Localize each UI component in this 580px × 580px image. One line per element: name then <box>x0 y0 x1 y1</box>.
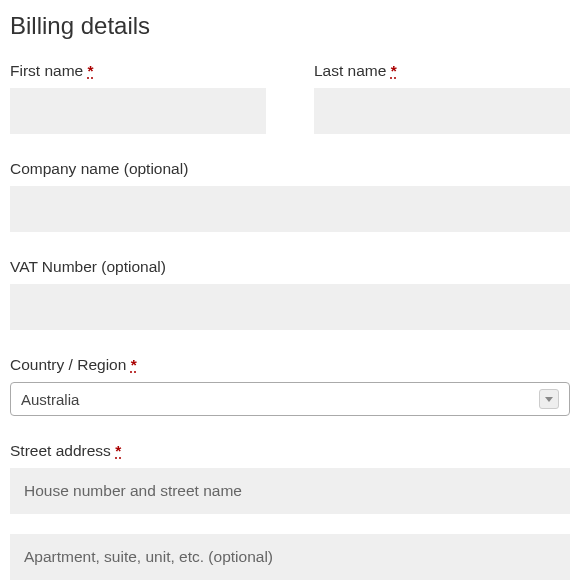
last-name-label: Last name * <box>314 62 570 80</box>
first-name-input[interactable] <box>10 88 266 134</box>
street-label-text: Street address <box>10 442 111 459</box>
chevron-down-icon <box>539 389 559 409</box>
country-field: Country / Region * Australia <box>10 356 570 416</box>
country-label-text: Country / Region <box>10 356 126 373</box>
vat-field: VAT Number (optional) <box>10 258 570 330</box>
company-input[interactable] <box>10 186 570 232</box>
vat-input[interactable] <box>10 284 570 330</box>
country-select[interactable]: Australia <box>10 382 570 416</box>
country-select-value: Australia <box>21 391 539 408</box>
billing-heading: Billing details <box>10 12 570 40</box>
street-label: Street address * <box>10 442 570 460</box>
required-asterisk: * <box>88 62 94 79</box>
required-asterisk: * <box>115 442 121 459</box>
last-name-input[interactable] <box>314 88 570 134</box>
company-field: Company name (optional) <box>10 160 570 232</box>
company-label: Company name (optional) <box>10 160 570 178</box>
required-asterisk: * <box>391 62 397 79</box>
required-asterisk: * <box>131 356 137 373</box>
street-address-2-input[interactable] <box>10 534 570 580</box>
vat-label: VAT Number (optional) <box>10 258 570 276</box>
first-name-label-text: First name <box>10 62 83 79</box>
street-address-1-input[interactable] <box>10 468 570 514</box>
name-row: First name * Last name * <box>10 62 570 134</box>
street-field: Street address * <box>10 442 570 514</box>
last-name-label-text: Last name <box>314 62 386 79</box>
country-label: Country / Region * <box>10 356 570 374</box>
first-name-label: First name * <box>10 62 266 80</box>
street-field-2 <box>10 534 570 580</box>
last-name-field: Last name * <box>314 62 570 134</box>
first-name-field: First name * <box>10 62 266 134</box>
